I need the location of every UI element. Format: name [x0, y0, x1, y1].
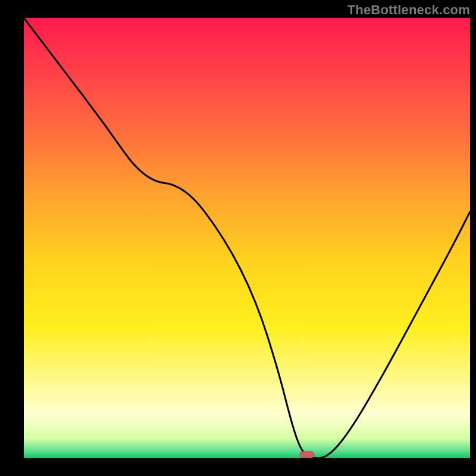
plot-area: [24, 18, 470, 458]
bottleneck-chart-svg: [24, 18, 470, 458]
gradient-background: [24, 18, 470, 458]
optimal-point-marker: [300, 452, 314, 458]
chart-frame: TheBottleneck.com: [0, 0, 476, 476]
watermark-text: TheBottleneck.com: [347, 2, 470, 18]
